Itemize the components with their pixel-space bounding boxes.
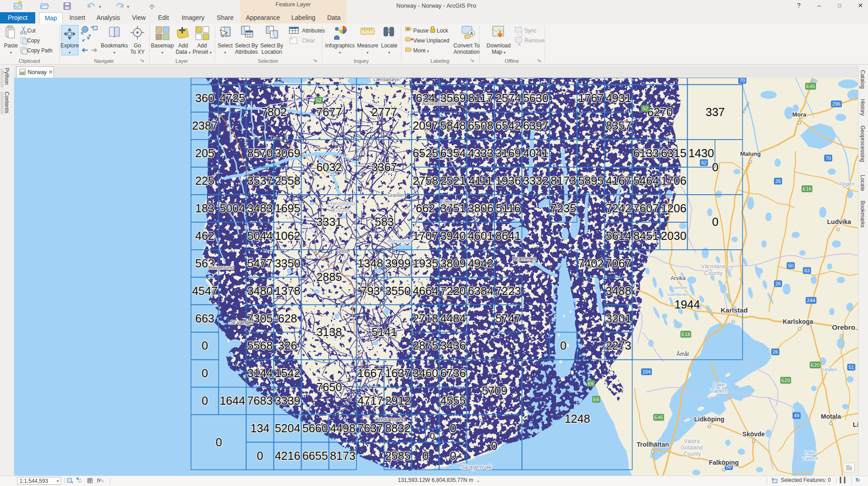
svg-text:2097: 2097 — [413, 119, 439, 132]
svg-text:4111: 4111 — [469, 174, 493, 187]
svg-text:E45: E45 — [654, 415, 663, 420]
svg-text:Åmål: Åmål — [676, 350, 689, 357]
svg-text:5747: 5747 — [495, 312, 521, 325]
svg-text:205: 205 — [195, 147, 215, 159]
svg-text:6354: 6354 — [440, 147, 466, 159]
svg-text:52: 52 — [642, 106, 648, 111]
svg-text:E20: E20 — [781, 378, 790, 383]
svg-text:6384: 6384 — [468, 285, 494, 297]
svg-text:4601: 4601 — [468, 229, 494, 242]
svg-text:Hordaland: Hordaland — [328, 200, 355, 207]
svg-text:2030: 2030 — [661, 229, 687, 242]
svg-text:2585: 2585 — [385, 449, 411, 462]
svg-text:Trollhättan: Trollhättan — [637, 441, 669, 448]
svg-text:Mora: Mora — [792, 111, 807, 118]
svg-text:Odda: Odda — [337, 249, 349, 254]
svg-text:26: 26 — [775, 281, 781, 286]
svg-text:50: 50 — [788, 263, 793, 268]
svg-text:8357: 8357 — [606, 119, 632, 132]
svg-text:663: 663 — [195, 312, 215, 325]
svg-text:7637: 7637 — [358, 422, 383, 435]
svg-text:0: 0 — [450, 449, 456, 462]
svg-text:3069: 3069 — [275, 147, 301, 159]
svg-text:1348: 1348 — [358, 257, 383, 270]
svg-text:County: County — [684, 451, 701, 457]
svg-text:Arvika: Arvika — [670, 275, 686, 281]
svg-text:0: 0 — [257, 449, 263, 462]
svg-text:3350: 3350 — [275, 257, 301, 270]
svg-text:4717: 4717 — [358, 394, 383, 407]
svg-text:0: 0 — [450, 422, 456, 435]
svg-text:Lidköping: Lidköping — [694, 416, 725, 423]
svg-text:1206: 1206 — [661, 202, 687, 215]
svg-text:7650: 7650 — [316, 381, 342, 393]
svg-text:7220: 7220 — [440, 285, 466, 297]
svg-text:E45: E45 — [806, 84, 815, 89]
svg-text:2875: 2875 — [413, 339, 439, 352]
svg-text:2758: 2758 — [413, 174, 439, 187]
svg-text:3169: 3169 — [495, 147, 521, 159]
svg-text:6270: 6270 — [647, 106, 673, 118]
svg-text:1936: 1936 — [495, 174, 521, 187]
svg-text:8570: 8570 — [247, 147, 273, 159]
svg-text:0: 0 — [202, 367, 208, 379]
svg-text:7683: 7683 — [247, 394, 273, 407]
svg-text:4333: 4333 — [468, 147, 494, 159]
svg-text:Malung: Malung — [740, 150, 761, 157]
svg-text:4498: 4498 — [330, 422, 356, 435]
svg-text:8173: 8173 — [330, 449, 356, 462]
svg-text:462: 462 — [195, 229, 215, 242]
svg-text:Vänern: Vänern — [710, 388, 728, 394]
svg-text:St vanger: St vanger — [230, 319, 253, 326]
svg-text:7223: 7223 — [495, 285, 521, 297]
svg-text:0: 0 — [491, 439, 497, 452]
svg-text:Falköping: Falköping — [709, 459, 739, 466]
svg-text:5660: 5660 — [302, 422, 328, 435]
svg-text:Granvin: Granvin — [387, 193, 403, 198]
svg-text:Kristiansand: Kristiansand — [375, 416, 405, 423]
svg-text:4547: 4547 — [192, 285, 218, 297]
svg-text:1637: 1637 — [385, 367, 411, 379]
svg-text:Skagerrak: Skagerrak — [461, 463, 492, 471]
svg-text:Karlskoga: Karlskoga — [783, 318, 813, 325]
svg-text:Skövde: Skövde — [742, 430, 765, 438]
svg-text:5709: 5709 — [482, 384, 508, 397]
svg-text:52: 52 — [316, 98, 321, 103]
svg-text:3332: 3332 — [523, 174, 549, 187]
svg-text:2718: 2718 — [413, 312, 439, 325]
svg-text:326: 326 — [278, 339, 297, 352]
svg-text:7677: 7677 — [316, 106, 342, 118]
svg-text:628: 628 — [278, 312, 297, 325]
svg-text:3460: 3460 — [413, 367, 439, 379]
svg-text:0: 0 — [216, 436, 222, 449]
svg-text:3201: 3201 — [606, 312, 632, 325]
svg-text:0: 0 — [712, 215, 718, 228]
svg-text:583: 583 — [375, 215, 394, 228]
svg-text:3550: 3550 — [385, 285, 411, 297]
svg-text:0: 0 — [560, 339, 566, 352]
svg-text:0: 0 — [202, 339, 208, 352]
svg-text:2885: 2885 — [316, 271, 342, 283]
svg-text:7242: 7242 — [606, 202, 632, 215]
svg-text:3144: 3144 — [247, 367, 273, 379]
svg-text:3331: 3331 — [316, 215, 342, 228]
svg-text:6133: 6133 — [633, 147, 659, 159]
svg-text:662: 662 — [416, 202, 435, 215]
svg-text:5204: 5204 — [275, 422, 301, 435]
svg-text:5614: 5614 — [606, 229, 632, 242]
svg-text:4942: 4942 — [468, 257, 494, 270]
svg-text:2521: 2521 — [440, 174, 466, 187]
svg-text:8173: 8173 — [551, 174, 576, 187]
svg-text:1944: 1944 — [675, 298, 700, 311]
svg-text:3483: 3483 — [247, 202, 273, 215]
svg-text:E20: E20 — [811, 362, 820, 368]
svg-text:Götaland: Götaland — [681, 444, 703, 451]
svg-text:6542: 6542 — [495, 119, 521, 132]
svg-text:26: 26 — [775, 178, 781, 184]
svg-text:5568: 5568 — [247, 339, 273, 352]
svg-text:5141: 5141 — [372, 326, 397, 338]
svg-text:3809: 3809 — [440, 257, 466, 270]
svg-text:134: 134 — [250, 422, 270, 435]
svg-text:8641: 8641 — [495, 229, 521, 242]
svg-text:Eidfjord: Eidfjord — [440, 200, 456, 205]
